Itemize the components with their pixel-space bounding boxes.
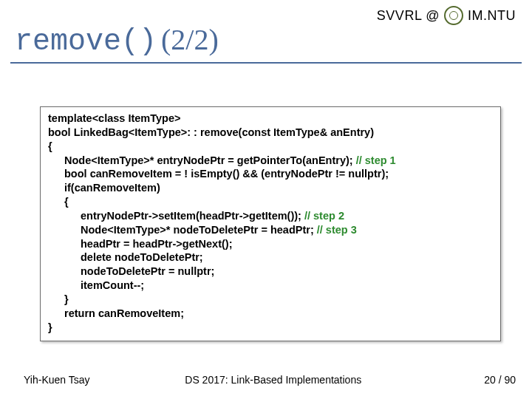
slide-title: remove() (2/2)	[15, 22, 219, 58]
footer-author: Yih-Kuen Tsay	[24, 374, 90, 386]
code-line: nodeToDeletePtr = nullptr;	[48, 265, 493, 279]
code-line: headPtr = headPtr->getNext();	[48, 237, 493, 251]
code-line: Node<ItemType>* nodeToDeletePtr = headPt…	[48, 223, 493, 237]
title-page-part: (2/2)	[161, 22, 219, 57]
header-text-left: SVVRL @	[377, 8, 440, 24]
slide-footer: Yih-Kuen Tsay DS 2017: Link-Based Implem…	[0, 374, 532, 386]
code-line: entryNodePtr->setItem(headPtr->getItem()…	[48, 209, 493, 223]
code-line: bool canRemoveItem = ! isEmpty() && (ent…	[48, 167, 493, 181]
code-line: bool LinkedBag<ItemType>: : remove(const…	[48, 126, 493, 140]
title-function-name: remove()	[15, 25, 157, 58]
footer-page-number: 20 / 90	[457, 374, 516, 386]
code-line: template<class ItemType>	[48, 112, 493, 126]
code-block: template<class ItemType>bool LinkedBag<I…	[40, 106, 501, 341]
code-line: }	[48, 321, 493, 335]
code-line: delete nodeToDeletePtr;	[48, 250, 493, 265]
header-branding: SVVRL @ IM.NTU	[377, 6, 516, 25]
title-underline	[10, 62, 522, 64]
code-line: {	[48, 195, 493, 209]
footer-course: DS 2017: Link-Based Implementations	[90, 374, 457, 386]
code-line: if(canRemoveItem)	[48, 181, 493, 195]
code-line: {	[48, 140, 493, 154]
logo-icon	[444, 6, 463, 25]
code-line: Node<ItemType>* entryNodePtr = getPointe…	[48, 154, 493, 168]
code-line: itemCount--;	[48, 279, 493, 293]
code-line: return canRemoveItem;	[48, 307, 493, 321]
code-line: }	[48, 293, 493, 307]
header-text-right: IM.NTU	[468, 8, 516, 24]
